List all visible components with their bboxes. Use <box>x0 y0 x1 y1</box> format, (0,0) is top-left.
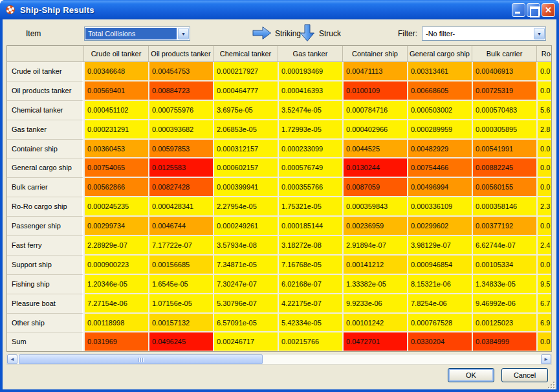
result-cell[interactable]: 0.0 <box>536 62 552 82</box>
result-cell[interactable]: 0.0 <box>536 332 552 352</box>
result-cell[interactable]: 8.15321e-06 <box>407 275 472 294</box>
result-cell[interactable]: 9.5 <box>536 275 552 294</box>
result-cell[interactable]: 0.000451102 <box>83 101 148 120</box>
result-cell[interactable]: 0.000336109 <box>407 197 472 217</box>
result-cell[interactable]: 0.00668605 <box>407 82 472 101</box>
result-cell[interactable]: 0.000231291 <box>83 120 148 140</box>
result-cell[interactable]: 0.031969 <box>83 332 148 352</box>
result-cell[interactable]: 2.8 <box>536 120 552 140</box>
result-cell[interactable]: 0.00157132 <box>148 314 213 333</box>
result-cell[interactable]: 1.07156e-05 <box>148 294 213 314</box>
result-cell[interactable]: 0.00562866 <box>83 178 148 197</box>
result-cell[interactable]: 0.0330204 <box>407 332 472 352</box>
result-cell[interactable]: 0.00725319 <box>472 82 536 101</box>
result-cell[interactable]: 0.000185144 <box>278 217 342 236</box>
result-cell[interactable]: 0.00471113 <box>342 62 407 82</box>
result-cell[interactable]: 0.0 <box>536 140 552 159</box>
result-cell[interactable]: 6.57091e-05 <box>213 314 278 333</box>
result-cell[interactable]: 0.00313461 <box>407 62 472 82</box>
scrollbar-thumb[interactable] <box>19 354 263 364</box>
result-cell[interactable]: 0.000767528 <box>407 314 472 333</box>
result-cell[interactable]: 5.6 <box>536 101 552 120</box>
result-cell[interactable]: 0.00496994 <box>407 178 472 197</box>
result-cell[interactable]: 1.33382e-05 <box>342 275 407 294</box>
result-cell[interactable]: 0.00454753 <box>148 62 213 82</box>
filter-select[interactable]: -No filter- ▼ <box>422 27 546 41</box>
result-cell[interactable]: 0.000245235 <box>83 197 148 217</box>
result-cell[interactable]: 0.000946854 <box>407 256 472 275</box>
result-cell[interactable]: 2.28929e-07 <box>83 236 148 256</box>
result-cell[interactable]: 0.00541991 <box>472 140 536 159</box>
result-cell[interactable]: 0.000576749 <box>278 158 342 178</box>
result-cell[interactable]: 7.34871e-05 <box>213 256 278 275</box>
result-cell[interactable]: 2.91894e-07 <box>342 236 407 256</box>
result-cell[interactable]: 0.000289959 <box>407 120 472 140</box>
result-cell[interactable]: 5.30796e-07 <box>213 294 278 314</box>
horizontal-scrollbar[interactable]: ◄ ► <box>6 354 552 365</box>
minimize-icon[interactable] <box>512 3 525 17</box>
result-cell[interactable]: 0.0100109 <box>342 82 407 101</box>
result-cell[interactable]: 1.20346e-05 <box>83 275 148 294</box>
result-cell[interactable]: 5.42334e-05 <box>278 314 342 333</box>
result-cell[interactable]: 0.00215766 <box>278 332 342 352</box>
result-cell[interactable]: 0.000249261 <box>213 217 278 236</box>
result-cell[interactable]: 7.17722e-07 <box>148 236 213 256</box>
result-cell[interactable]: 0.00299602 <box>407 217 472 236</box>
result-cell[interactable]: 0.000217927 <box>213 62 278 82</box>
result-cell[interactable]: 0.000358146 <box>472 197 536 217</box>
result-cell[interactable]: 0.000359843 <box>342 197 407 217</box>
result-cell[interactable]: 0.00569401 <box>83 82 148 101</box>
scroll-right-icon[interactable]: ► <box>541 354 551 364</box>
result-cell[interactable]: 2.3 <box>536 197 552 217</box>
result-cell[interactable]: 2.27954e-05 <box>213 197 278 217</box>
result-cell[interactable]: 3.52474e-05 <box>278 101 342 120</box>
result-cell[interactable]: 0.00236959 <box>342 217 407 236</box>
result-cell[interactable]: 0.000602157 <box>213 158 278 178</box>
result-cell[interactable]: 0.00754065 <box>83 158 148 178</box>
result-cell[interactable]: 0.00299734 <box>83 217 148 236</box>
result-cell[interactable]: 3.98129e-07 <box>407 236 472 256</box>
result-cell[interactable]: 0.000312157 <box>213 140 278 159</box>
result-cell[interactable]: 0.00105334 <box>472 256 536 275</box>
cancel-button[interactable]: Cancel <box>501 368 548 382</box>
result-cell[interactable]: 0.00560155 <box>472 178 536 197</box>
result-cell[interactable]: 0.00884723 <box>148 82 213 101</box>
result-cell[interactable]: 0.0 <box>536 178 552 197</box>
result-cell[interactable]: 0.00827428 <box>148 178 213 197</box>
result-cell[interactable]: 7.30247e-07 <box>213 275 278 294</box>
result-cell[interactable]: 0.00141212 <box>342 256 407 275</box>
result-cell[interactable]: 0.000755976 <box>148 101 213 120</box>
result-cell[interactable]: 0.00406913 <box>472 62 536 82</box>
result-cell[interactable]: 0.000428341 <box>148 197 213 217</box>
item-select[interactable]: Total Collisions ▼ <box>84 27 190 41</box>
result-cell[interactable]: 6.02168e-07 <box>278 275 342 294</box>
result-cell[interactable]: 7.16768e-05 <box>278 256 342 275</box>
result-cell[interactable]: 0.0 <box>536 217 552 236</box>
result-cell[interactable]: 0.000193469 <box>278 62 342 82</box>
result-cell[interactable]: 0.0 <box>536 158 552 178</box>
result-cell[interactable]: 0.000464777 <box>213 82 278 101</box>
scroll-left-icon[interactable]: ◄ <box>7 354 17 364</box>
result-cell[interactable]: 1.75321e-05 <box>278 197 342 217</box>
result-cell[interactable]: 1.34833e-05 <box>472 275 536 294</box>
result-cell[interactable]: 1.6545e-05 <box>148 275 213 294</box>
result-cell[interactable]: 0.00125023 <box>472 314 536 333</box>
maximize-icon[interactable] <box>527 3 540 17</box>
result-cell[interactable]: 3.6975e-05 <box>213 101 278 120</box>
result-cell[interactable]: 0.000416393 <box>278 82 342 101</box>
result-cell[interactable]: 0.000393682 <box>148 120 213 140</box>
result-cell[interactable]: 0.0044525 <box>342 140 407 159</box>
result-cell[interactable]: 2.06853e-05 <box>213 120 278 140</box>
result-cell[interactable]: 0.0 <box>536 82 552 101</box>
result-cell[interactable]: 0.000503002 <box>407 101 472 120</box>
result-cell[interactable]: 2.4 <box>536 236 552 256</box>
result-cell[interactable]: 0.0472701 <box>342 332 407 352</box>
result-cell[interactable]: 0.0046744 <box>148 217 213 236</box>
ok-button[interactable]: OK <box>448 368 494 382</box>
result-cell[interactable]: 0.00754466 <box>407 158 472 178</box>
result-cell[interactable]: 7.27154e-06 <box>83 294 148 314</box>
result-cell[interactable]: 0.0496245 <box>148 332 213 352</box>
result-cell[interactable]: 0.000399941 <box>213 178 278 197</box>
result-cell[interactable]: 6.62744e-07 <box>472 236 536 256</box>
result-cell[interactable]: 4.22175e-07 <box>278 294 342 314</box>
